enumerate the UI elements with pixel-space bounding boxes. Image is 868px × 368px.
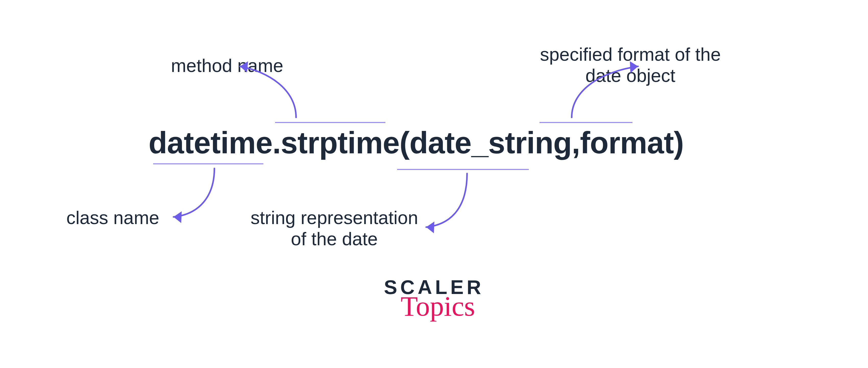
token-open-paren: (: [399, 125, 409, 160]
token-arg1: date_string: [409, 125, 572, 160]
brand-logo: SCALER Topics: [384, 276, 484, 323]
token-method-name: strptime: [281, 125, 399, 160]
token-dot: .: [272, 125, 280, 160]
svg-marker-2: [174, 211, 182, 223]
arrow-method-name: [230, 51, 332, 128]
label-class-name: class name: [66, 207, 174, 228]
token-arg2: format: [580, 125, 674, 160]
arrow-arg1: [416, 171, 498, 242]
underline-arg1: [397, 169, 529, 170]
token-comma: ,: [572, 125, 580, 160]
label-arg1: string representation of the date: [240, 207, 429, 250]
arrow-arg2: [566, 59, 663, 125]
svg-marker-0: [240, 61, 248, 72]
token-close-paren: ): [674, 125, 684, 160]
svg-marker-1: [630, 61, 638, 73]
token-class-name: datetime: [149, 125, 272, 160]
brand-logo-line2: Topics: [392, 290, 484, 323]
underline-class-name: [153, 163, 264, 164]
svg-marker-3: [426, 221, 434, 233]
arrow-class-name: [163, 166, 245, 232]
code-expression: datetime.strptime(date_string, format): [149, 125, 684, 160]
